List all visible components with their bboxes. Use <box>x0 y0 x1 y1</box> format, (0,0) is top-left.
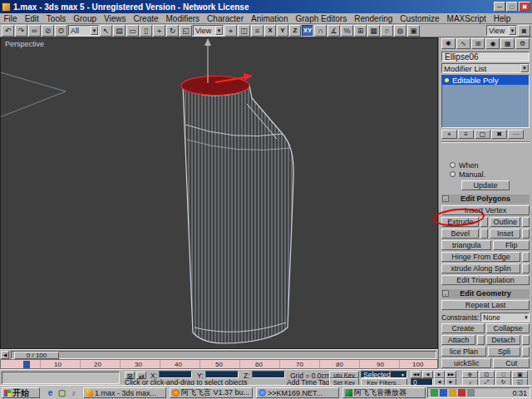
previous-frame-button[interactable]: ◀ <box>1 351 9 359</box>
quickslice-button[interactable]: uickSlic <box>441 358 491 368</box>
menu-edit[interactable]: Edit <box>21 13 42 24</box>
tab-display[interactable]: ▦ <box>500 38 515 49</box>
tray-icon-4[interactable] <box>458 389 466 397</box>
quick-launch-desktop-icon[interactable]: ▢ <box>57 387 67 398</box>
constraints-dropdown[interactable]: None ▼ <box>480 313 530 322</box>
tab-modify[interactable]: ∿ <box>456 38 470 49</box>
stack-item-editable-poly[interactable]: Editable Poly <box>442 76 529 85</box>
update-when-radio[interactable]: When <box>450 161 530 169</box>
menu-maxscript[interactable]: MAXScript <box>443 13 490 24</box>
split-button[interactable]: Spli <box>488 347 520 357</box>
collapse-button[interactable]: Collapse <box>486 323 530 333</box>
undo-icon[interactable]: ↶ <box>2 25 14 37</box>
edit-polygons-rollout[interactable]: - Edit Polygons <box>441 195 530 204</box>
detach-settings-button[interactable] <box>522 335 530 345</box>
use-pivot-icon[interactable]: ⌖ <box>224 25 237 37</box>
object-name-field[interactable]: Ellipse06 <box>441 52 530 62</box>
maximize-button[interactable]: □ <box>506 2 518 12</box>
modifier-list-dropdown[interactable]: Modifier List ▼ <box>441 63 530 73</box>
render-scene-icon[interactable]: ▣ <box>407 25 420 37</box>
percent-snap-icon[interactable]: % <box>341 25 353 37</box>
select-by-name-icon[interactable]: ▤ <box>113 25 126 37</box>
menu-modifiers[interactable]: Modifiers <box>162 13 204 24</box>
inset-settings-button[interactable] <box>522 229 530 239</box>
extrude-spline-settings-button[interactable] <box>522 264 530 273</box>
attach-settings-button[interactable] <box>477 335 485 345</box>
reference-coordinate-dropdown[interactable]: View ▼ <box>193 25 224 36</box>
quick-render-icon[interactable]: ◙ <box>518 25 530 37</box>
bevel-button[interactable]: Bevel <box>441 229 479 239</box>
bind-spacewarp-icon[interactable]: ʘ <box>55 25 67 37</box>
task-afei-player[interactable]: 阿飞飞音播放器 <box>342 387 426 398</box>
track-bar[interactable]: 10 20 30 40 50 60 70 80 90 100 <box>0 359 438 369</box>
zoom-icon[interactable]: ⊕ <box>462 371 478 378</box>
render-type-dropdown[interactable]: View ▼ <box>486 25 517 36</box>
show-end-result-icon[interactable]: ≡ <box>458 130 474 139</box>
outline-settings-button[interactable] <box>522 217 530 227</box>
menu-customize[interactable]: Customize <box>397 13 443 24</box>
triangle-object[interactable] <box>1 71 66 118</box>
menu-group[interactable]: Group <box>70 13 101 24</box>
quick-launch-ie-icon[interactable]: e <box>45 387 56 398</box>
hinge-settings-button[interactable] <box>522 252 530 262</box>
tab-motion[interactable]: ◉ <box>485 38 500 49</box>
scale-icon[interactable]: ◱ <box>180 25 192 37</box>
y-coordinate-field[interactable] <box>205 371 239 378</box>
menu-rendering[interactable]: Rendering <box>351 13 397 24</box>
material-editor-icon[interactable]: ◍ <box>394 25 406 37</box>
edit-triangulation-button[interactable]: Edit Triangulation <box>441 275 530 285</box>
redo-icon[interactable]: ↷ <box>15 25 27 37</box>
menu-file[interactable]: File <box>0 13 21 24</box>
zoom-extents-icon[interactable]: □ <box>495 371 511 378</box>
flip-button[interactable]: Flip <box>493 240 530 250</box>
remove-modifier-icon[interactable]: ✖ <box>491 130 507 139</box>
bevel-settings-button[interactable] <box>480 229 488 239</box>
rotate-icon[interactable]: ↻ <box>166 25 179 37</box>
crossing-toggle-icon[interactable]: ▯ <box>140 25 152 37</box>
insert-vertex-button[interactable]: Insert Vertex <box>441 205 530 215</box>
inset-button[interactable]: Inset <box>490 229 520 239</box>
attach-button[interactable]: Attach <box>441 335 475 345</box>
z-coordinate-field[interactable] <box>252 371 285 378</box>
modifier-stack[interactable]: Editable Poly <box>441 75 530 128</box>
viewport-label[interactable]: Perspective <box>5 40 44 48</box>
menu-views[interactable]: Views <box>101 13 131 24</box>
go-to-end-icon[interactable]: ▶▶ <box>446 371 456 378</box>
curve-editor-icon[interactable]: ▦ <box>367 25 380 37</box>
menu-character[interactable]: Character <box>204 13 248 24</box>
play-icon[interactable]: ▶ <box>434 371 445 378</box>
link-icon[interactable]: ∞ <box>28 25 41 37</box>
menu-tools[interactable]: Tools <box>42 13 69 24</box>
split-settings-button[interactable] <box>522 347 530 357</box>
minimize-button[interactable]: ─ <box>494 2 505 12</box>
close-button[interactable]: ✖ <box>519 2 530 12</box>
retriangulate-button[interactable]: triangula <box>441 240 491 250</box>
selection-filter-dropdown[interactable]: All ▼ <box>68 25 99 36</box>
cut-button[interactable]: Cut <box>493 358 530 368</box>
time-slider-handle[interactable]: 0 / 100 <box>14 352 59 359</box>
select-object-icon[interactable]: ↖ <box>100 25 112 37</box>
auto-key-button[interactable]: uto Key <box>329 371 359 378</box>
schematic-view-icon[interactable]: ○ <box>381 25 393 37</box>
configure-stack-icon[interactable]: ⋯ <box>508 130 524 139</box>
frame-marker[interactable] <box>23 361 30 368</box>
outline-button[interactable]: Outline <box>490 217 520 227</box>
tab-utilities[interactable]: ⚙ <box>515 38 530 49</box>
mirror-icon[interactable]: ◫ <box>238 25 250 37</box>
angle-snap-icon[interactable]: ∡ <box>328 25 340 37</box>
tray-icon-5[interactable] <box>467 389 475 397</box>
update-manual-radio[interactable]: Manual. <box>450 170 530 178</box>
unlink-icon[interactable]: ⊘ <box>42 25 54 37</box>
time-slider-track[interactable]: 0 / 100 <box>11 351 436 359</box>
perspective-viewport[interactable]: Perspective <box>0 37 438 349</box>
axis-z-button[interactable]: Z <box>289 25 301 37</box>
zoom-all-icon[interactable]: ⊡ <box>479 371 495 378</box>
pin-stack-icon[interactable]: ⌖ <box>441 130 457 139</box>
extrude-settings-button[interactable] <box>480 217 488 227</box>
axis-xy-button[interactable]: XY <box>302 25 313 37</box>
snap-toggle-icon[interactable]: ∩ <box>314 25 327 37</box>
tray-icon-2[interactable] <box>440 389 447 397</box>
task-km169[interactable]: >>KM169.NET... <box>256 387 339 398</box>
create-button[interactable]: Create <box>441 323 485 333</box>
extrude-along-spline-button[interactable]: xtrude Along Splin <box>441 264 520 273</box>
